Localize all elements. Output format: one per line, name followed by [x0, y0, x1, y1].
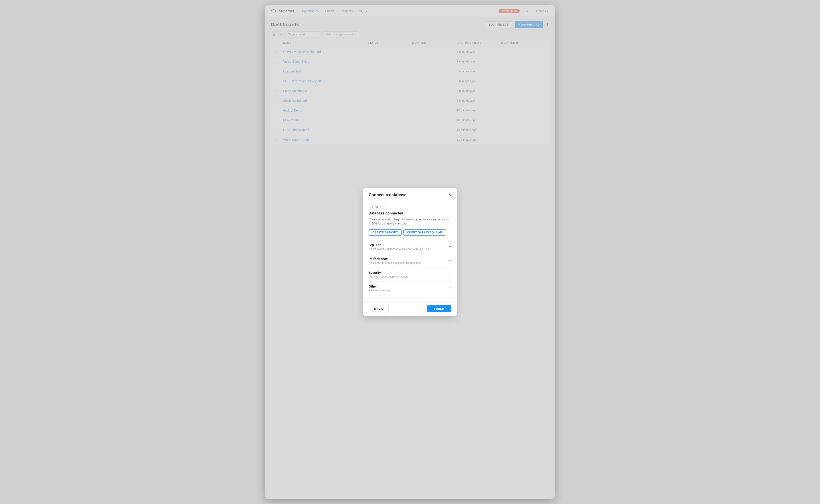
- modal-footer: BACK FINISH: [363, 301, 457, 316]
- accordion-header[interactable]: Security Add extra connection informatio…: [369, 271, 451, 278]
- accordion-desc: Add extra connection information.: [369, 275, 408, 278]
- accordion-header[interactable]: Performance Adjust performance settings …: [369, 257, 451, 264]
- accordion-section[interactable]: Other Additional settings. ⌄: [369, 281, 451, 295]
- connect-database-modal: Connect a database ✕ STEP 3 OF 3 Databas…: [363, 188, 457, 316]
- accordion-desc: Adjust performance settings of this data…: [369, 261, 422, 264]
- accordion-header[interactable]: SQL Lab Adjust how this database will in…: [369, 243, 451, 251]
- query-sql-button[interactable]: QUERY DATA IN SQL LAB: [403, 229, 446, 236]
- accordion-desc: Additional settings.: [369, 289, 391, 292]
- modal-title: Connect a database: [369, 193, 406, 197]
- accordion-section[interactable]: Performance Adjust performance settings …: [369, 254, 451, 268]
- chevron-down-icon: ⌄: [448, 258, 451, 262]
- db-connected-desc: Create a dataset to begin visualizing yo…: [369, 217, 451, 226]
- chevron-down-icon: ⌄: [448, 285, 451, 289]
- accordion-title: Other: [369, 285, 391, 288]
- accordion-header[interactable]: Other Additional settings. ⌄: [369, 285, 451, 292]
- finish-button[interactable]: FINISH: [427, 305, 451, 312]
- chevron-down-icon: ⌄: [448, 244, 451, 248]
- app-window: Superset Dashboards Charts Datasets SQL …: [266, 5, 554, 499]
- action-buttons: CREATE DATASET QUERY DATA IN SQL LAB: [369, 229, 451, 236]
- back-button[interactable]: BACK: [369, 305, 389, 312]
- main-content: Dashboards BULK SELECT + DASHBOARD ⬇ ⊞ ≡…: [266, 17, 554, 499]
- accordion-title: Performance: [369, 257, 422, 261]
- accordion-section[interactable]: SQL Lab Adjust how this database will in…: [369, 240, 451, 254]
- chevron-down-icon: ⌄: [448, 271, 451, 276]
- accordion-section[interactable]: Security Add extra connection informatio…: [369, 268, 451, 281]
- modal-header: Connect a database ✕: [363, 188, 457, 201]
- accordion-desc: Adjust how this database will interact w…: [369, 248, 430, 251]
- modal-close-button[interactable]: ✕: [448, 193, 451, 197]
- accordion-title: Security: [369, 271, 408, 274]
- db-connected-title: Database connected: [369, 211, 451, 215]
- create-dataset-button[interactable]: CREATE DATASET: [369, 229, 402, 236]
- accordion-sections: SQL Lab Adjust how this database will in…: [369, 240, 451, 295]
- accordion-title: SQL Lab: [369, 243, 430, 247]
- step-indicator: STEP 3 OF 3: [369, 206, 451, 209]
- modal-body: STEP 3 OF 3 Database connected Create a …: [363, 201, 457, 300]
- modal-overlay: Connect a database ✕ STEP 3 OF 3 Databas…: [266, 5, 554, 499]
